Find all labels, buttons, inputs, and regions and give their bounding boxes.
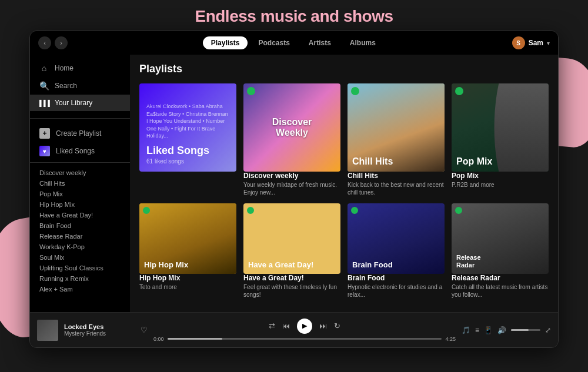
releaseradar-desc: Catch all the latest music from artists …	[452, 283, 549, 299]
volume-bar[interactable]	[511, 329, 540, 331]
player-track-info: Locked Eyes Mystery Friends	[64, 323, 135, 337]
pop-mix-desc: P.R2B and more	[452, 181, 549, 189]
sidebar-playlist-alexsam[interactable]: Alex + Sam	[30, 284, 130, 294]
sidebar-item-home[interactable]: ⌂ Home	[30, 59, 130, 77]
liked-songs-count: 61 liked songs	[146, 158, 229, 165]
spotify-icon	[247, 87, 255, 95]
repeat-button[interactable]: ↻	[334, 321, 340, 330]
sidebar-playlist-chillhits[interactable]: Chill Hits	[30, 178, 130, 189]
tab-albums[interactable]: Albums	[342, 36, 384, 49]
player-bar: Locked Eyes Mystery Friends ♡ ⇄ ⏮ ▶ ⏭ ↻ …	[30, 312, 558, 347]
liked-songs-card[interactable]: Akurei Clockwork • Saba Abraha Ea$tside …	[139, 83, 236, 196]
player-heart-icon[interactable]: ♡	[141, 326, 148, 334]
brainfood-spotify-icon	[351, 207, 358, 214]
sidebar-playlist-hiphop[interactable]: Hip Hop Mix	[30, 199, 130, 210]
queue-icon[interactable]: ≡	[475, 326, 479, 334]
volume-icon[interactable]: 🔊	[497, 326, 506, 334]
sidebar-playlist-list: Discover weekly Chill Hits Pop Mix Hip H…	[30, 165, 130, 297]
chill-hits-thumb: Chill Hits	[348, 83, 445, 172]
playlist-row2: Hip Hop Mix Hip Hop Mix Teto and more Ha…	[139, 203, 549, 299]
chill-hits-desc: Kick back to the best new and recent chi…	[348, 181, 445, 196]
page-headline-area: Endless music and shows	[0, 0, 588, 31]
sidebar-playlist-workday[interactable]: Workday K-Pop	[30, 242, 130, 252]
main-layout: ⌂ Home 🔍 Search ▌▌▌ Your Library	[30, 55, 558, 312]
sidebar-playlist-popmix[interactable]: Pop Mix	[30, 189, 130, 199]
fullscreen-icon[interactable]: ⤢	[545, 326, 551, 334]
sidebar-home-label: Home	[55, 64, 74, 72]
player-track-artist: Mystery Friends	[64, 330, 135, 337]
nav-buttons: ‹ ›	[38, 36, 68, 49]
greatday-card[interactable]: Have a Great Day! Have a Great Day! Feel…	[243, 203, 340, 299]
sidebar-playlist-greatday[interactable]: Have a Great Day!	[30, 210, 130, 220]
browser-window: ‹ › Playlists Podcasts Artists Albums S …	[29, 31, 559, 348]
chill-hits-name: Chill Hits	[348, 172, 445, 180]
playlist-row1: Akurei Clockwork • Saba Abraha Ea$tside …	[139, 83, 549, 196]
brainfood-label: Brain Food	[352, 260, 393, 269]
library-icon: ▌▌▌	[39, 100, 49, 106]
forward-button[interactable]: ›	[55, 36, 68, 49]
brainfood-desc: Hypnotic electronic for studies and a re…	[348, 283, 445, 299]
chill-hits-spotify-icon	[351, 87, 359, 95]
top-bar: ‹ › Playlists Podcasts Artists Albums S …	[30, 31, 558, 55]
sidebar-playlist-brainfood[interactable]: Brain Food	[30, 220, 130, 231]
sidebar-playlist-running[interactable]: Running x Remix	[30, 273, 130, 284]
liked-songs-icon: ♥	[39, 146, 50, 156]
devices-icon[interactable]: 📱	[484, 326, 493, 334]
hiphop-label: Hip Hop Mix	[144, 260, 188, 269]
sidebar-liked-songs[interactable]: ♥ Liked Songs	[30, 142, 130, 160]
tab-playlists[interactable]: Playlists	[203, 36, 248, 49]
create-playlist-label: Create Playlist	[56, 129, 101, 138]
brainfood-thumb: Brain Food	[348, 203, 445, 274]
chill-hits-label: Chill Hits	[352, 156, 393, 167]
releaseradar-name: Release Radar	[452, 274, 549, 282]
liked-songs-preview: Akurei Clockwork • Saba Abraha Ea$tside …	[146, 103, 229, 140]
greatday-desc: Feel great with these timeless ly fun so…	[243, 283, 340, 299]
next-button[interactable]: ⏭	[319, 321, 327, 330]
player-buttons: ⇄ ⏮ ▶ ⏭ ↻	[269, 319, 340, 334]
player-controls: ⇄ ⏮ ▶ ⏭ ↻ 0:00 4:25	[153, 319, 456, 342]
discover-weekly-card[interactable]: DiscoverWeekly Discover weekly Your week…	[243, 83, 340, 196]
sidebar-divider2	[30, 162, 130, 163]
user-area[interactable]: S Sam ▾	[512, 36, 550, 49]
discover-weekly-desc: Your weekly mixtape of fresh music. Enjo…	[243, 181, 340, 196]
sidebar-search-label: Search	[55, 82, 77, 90]
chill-hits-card[interactable]: Chill Hits Chill Hits Kick back to the b…	[348, 83, 445, 196]
volume-fill	[511, 329, 529, 331]
hiphop-thumb: Hip Hop Mix	[139, 203, 236, 274]
sidebar-item-search[interactable]: 🔍 Search	[30, 77, 130, 95]
sidebar-item-library[interactable]: ▌▌▌ Your Library	[30, 95, 130, 111]
player-time-current: 0:00	[153, 336, 164, 342]
discover-text: DiscoverWeekly	[272, 117, 312, 138]
prev-button[interactable]: ⏮	[282, 321, 290, 330]
shuffle-button[interactable]: ⇄	[269, 321, 275, 330]
greatday-thumb: Have a Great Day!	[243, 203, 340, 274]
releaseradar-card[interactable]: ReleaseRadar Release Radar Catch all the…	[452, 203, 549, 299]
brainfood-card[interactable]: Brain Food Brain Food Hypnotic electroni…	[348, 203, 445, 299]
sidebar-playlist-releaseradar[interactable]: Release Radar	[30, 231, 130, 242]
hiphop-desc: Teto and more	[139, 283, 236, 291]
sidebar-playlist-soulmix[interactable]: Soul Mix	[30, 252, 130, 263]
sidebar-divider	[30, 118, 130, 119]
hiphop-spotify-icon	[143, 207, 150, 214]
section-title: Playlists	[139, 63, 549, 75]
user-avatar: S	[512, 36, 525, 49]
pop-mix-card[interactable]: Pop Mix Pop Mix P.R2B and more	[452, 83, 549, 196]
lyrics-icon[interactable]: 🎵	[462, 326, 470, 334]
pop-mix-thumb: Pop Mix	[452, 83, 549, 172]
greatday-name: Have a Great Day!	[243, 274, 340, 282]
user-name: Sam	[529, 39, 543, 47]
back-button[interactable]: ‹	[38, 36, 51, 49]
liked-songs-label: Liked Songs	[56, 147, 95, 155]
hiphop-mix-card[interactable]: Hip Hop Mix Hip Hop Mix Teto and more	[139, 203, 236, 299]
releaseradar-label: ReleaseRadar	[456, 254, 481, 269]
discover-weekly-thumb: DiscoverWeekly	[243, 83, 340, 172]
play-button[interactable]: ▶	[297, 319, 312, 334]
sidebar-playlist-discover[interactable]: Discover weekly	[30, 167, 130, 178]
tab-artists[interactable]: Artists	[300, 36, 339, 49]
sidebar-playlist-uplifting[interactable]: Uplifting Soul Classics	[30, 263, 130, 273]
pop-mix-name: Pop Mix	[452, 172, 549, 180]
progress-bar[interactable]	[168, 338, 442, 340]
sidebar-create-playlist[interactable]: + Create Playlist	[30, 125, 130, 142]
discover-weekly-name: Discover weekly	[243, 172, 340, 180]
tab-podcasts[interactable]: Podcasts	[250, 36, 298, 49]
